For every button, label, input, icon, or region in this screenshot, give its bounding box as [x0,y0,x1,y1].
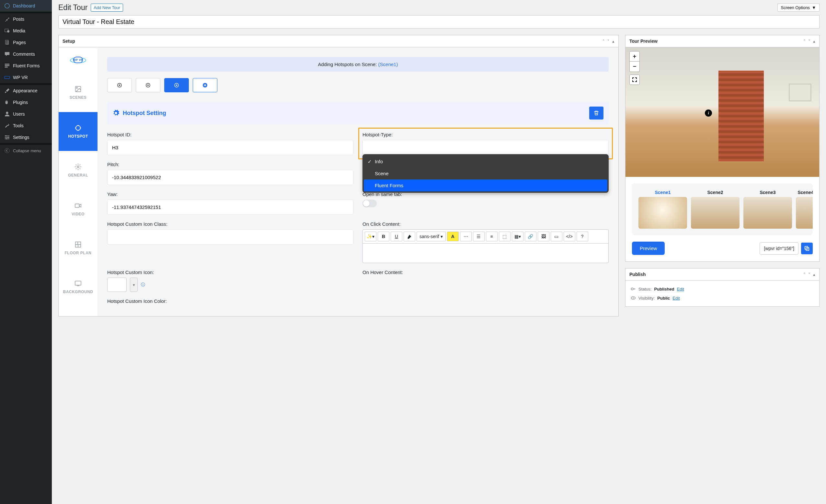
sidebar-item-appearance[interactable]: Appearance [0,85,52,97]
tab-scenes[interactable]: SCENES [59,73,98,112]
publish-panel-title: Publish [629,272,646,277]
hotspot-id-input[interactable] [107,140,353,155]
sidebar-item-plugins[interactable]: Plugins [0,97,52,108]
sidebar-item-dashboard[interactable]: Dashboard [0,0,52,12]
editor-image-button[interactable]: 🖼 [538,232,549,241]
editor-highlight-button[interactable]: A [447,232,459,241]
dropdown-option-scene[interactable]: Scene [364,168,607,179]
editor-ul-button[interactable]: ☰ [473,232,485,241]
sidebar-item-pages[interactable]: Pages [0,37,52,48]
zoom-out-button[interactable]: − [629,62,640,72]
open-same-tab-toggle[interactable] [362,199,377,207]
editor-bold-button[interactable]: B [378,232,389,241]
on-hover-label: On Hover Content: [362,269,609,275]
svg-point-23 [77,166,79,168]
svg-rect-8 [5,76,10,78]
shortcode-display: [wpvr id="156"] [760,242,799,255]
screen-options-button[interactable]: Screen Options ▼ [777,4,820,12]
sidebar-item-comments[interactable]: Comments [0,48,52,60]
editor-code-button[interactable]: </> [564,232,575,241]
fullscreen-button[interactable] [629,74,640,85]
panel-up-icon[interactable]: ˄ [602,39,605,44]
key-icon [631,286,636,292]
editor-help-button[interactable]: ? [577,232,588,241]
sidebar-item-users[interactable]: Users [0,108,52,120]
svg-point-28 [119,84,120,86]
editor-table-button[interactable]: ▦▾ [512,232,523,241]
panel-up-icon[interactable]: ˄ [803,272,806,277]
tab-background[interactable]: BACKGROUND [59,267,98,306]
hotspot-info-marker[interactable]: i [705,110,712,117]
on-click-editor[interactable] [362,244,609,263]
scene-link[interactable]: (Scene1) [378,62,398,67]
yaw-input[interactable] [107,199,353,215]
sidebar-item-label: Media [13,28,25,34]
svg-rect-4 [6,41,9,45]
panel-toggle-icon[interactable]: ▴ [813,39,815,44]
editor-indent-button[interactable]: ⬚ [499,232,511,241]
gear-icon [112,110,120,117]
panel-up-icon[interactable]: ˄ [803,39,806,44]
help-icon[interactable]: ⓘ [141,282,145,288]
sidebar-item-tools[interactable]: Tools [0,120,52,131]
editor-font-select[interactable]: sans-serif ▾ [417,232,446,241]
preview-button[interactable]: Preview [632,242,665,255]
panel-down-icon[interactable]: ˅ [808,272,811,277]
hotspot-type-label: Hotspot-Type: [362,132,609,137]
hotspot-type-select[interactable] [362,140,609,155]
sidebar-item-settings[interactable]: Settings [0,131,52,143]
panorama-viewer[interactable]: + − i [626,47,819,177]
editor-ol-button[interactable]: ≡ [486,232,497,241]
sidebar-item-label: Posts [13,16,24,22]
hotspot-selector-2[interactable] [136,78,160,92]
icon-dropdown-button[interactable]: ▾ [130,277,138,292]
editor-more-button[interactable]: ⋯ [460,232,472,241]
zoom-in-button[interactable]: + [629,51,640,62]
tour-title-input[interactable] [58,15,820,28]
target-icon [74,124,82,131]
user-icon [4,111,10,117]
sidebar-item-posts[interactable]: Posts [0,13,52,25]
editor-underline-button[interactable]: U [391,232,402,241]
svg-rect-24 [75,204,79,208]
tab-video[interactable]: VIDEO [59,190,98,229]
sidebar-item-label: Plugins [13,100,28,105]
hotspot-selector-1[interactable] [107,78,132,92]
sidebar-item-wpvr[interactable]: WP VR [0,72,52,83]
floorplan-icon [74,241,82,248]
hotspot-notice: Adding Hotspots on Scene: (Scene1) [107,57,609,72]
delete-hotspot-button[interactable] [589,107,603,120]
panel-down-icon[interactable]: ˅ [808,39,811,44]
editor-link-button[interactable]: 🔗 [525,232,536,241]
sidebar-item-fluentforms[interactable]: Fluent Forms [0,60,52,72]
panel-down-icon[interactable]: ˅ [607,39,610,44]
add-hotspot-button[interactable] [193,78,217,92]
svg-point-38 [633,297,634,298]
scene-thumb-1[interactable]: Scene1 [639,190,687,229]
panel-toggle-icon[interactable]: ▴ [612,39,614,44]
dropdown-option-fluentforms[interactable]: Fluent Forms [364,179,607,191]
scene-thumb-4[interactable]: Scene4 [796,190,813,229]
dropdown-option-info[interactable]: Info [364,155,607,168]
scene-thumb-2[interactable]: Scene2 [691,190,740,229]
sidebar-item-media[interactable]: Media [0,25,52,37]
editor-video-button[interactable]: ▭ [551,232,562,241]
editor-magic-button[interactable]: ✨▾ [365,232,376,241]
copy-shortcode-button[interactable] [801,243,813,254]
tab-general[interactable]: GENERAL [59,151,98,190]
scene-thumb-3[interactable]: Scene3 [744,190,792,229]
admin-sidebar: Dashboard Posts Media Pages Comments Flu… [0,0,52,504]
hotspot-selector-3[interactable] [164,78,189,92]
pitch-input[interactable] [107,170,353,185]
svg-point-30 [148,84,149,86]
tab-floor-plan[interactable]: FLOOR PLAN [59,229,98,267]
editor-eraser-button[interactable] [404,232,415,241]
edit-visibility-link[interactable]: Edit [672,296,680,301]
add-new-tour-button[interactable]: Add New Tour [91,4,123,12]
panel-toggle-icon[interactable]: ▴ [813,272,815,277]
svg-rect-7 [5,67,8,68]
edit-status-link[interactable]: Edit [677,287,684,292]
collapse-menu[interactable]: Collapse menu [0,145,52,156]
tab-hotspot[interactable]: HOTSPOT [59,112,98,151]
custom-icon-class-input[interactable] [107,229,353,245]
